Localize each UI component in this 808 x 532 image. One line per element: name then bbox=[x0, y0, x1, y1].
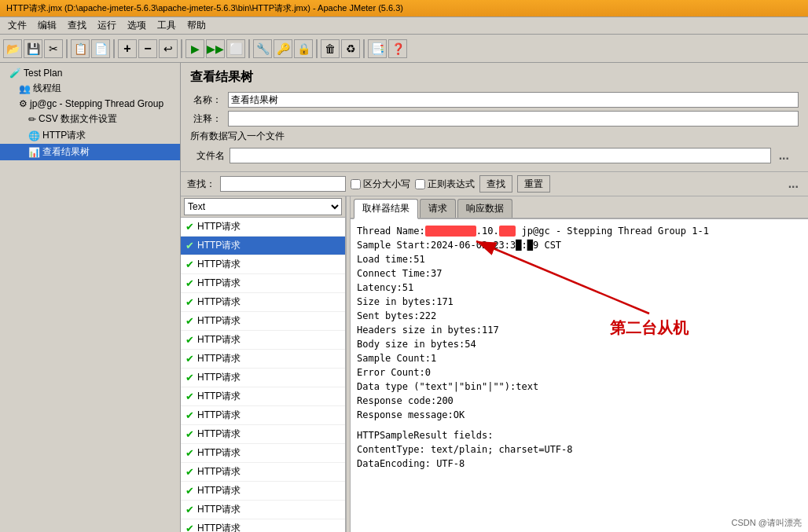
result-item-13[interactable]: ✔HTTP请求 bbox=[181, 444, 345, 463]
name-row: 名称： bbox=[190, 92, 799, 108]
result-item-15[interactable]: ✔HTTP请求 bbox=[181, 482, 345, 501]
tab-request[interactable]: 请求 bbox=[420, 199, 456, 218]
case-sensitive-checkbox[interactable] bbox=[351, 179, 361, 189]
comment-row: 注释： bbox=[190, 111, 799, 127]
result-item-16[interactable]: ✔HTTP请求 bbox=[181, 501, 345, 519]
sep3 bbox=[181, 39, 182, 58]
detail-area: 取样器结果 请求 响应数据 Thread Name:19***.***.10.*… bbox=[351, 196, 808, 532]
sep2 bbox=[113, 39, 115, 58]
menu-run[interactable]: 运行 bbox=[93, 17, 121, 34]
detail-wrapper: Thread Name:19***.***.10.*** jp@gc - Ste… bbox=[351, 219, 808, 532]
detail-content: Thread Name:19***.***.10.*** jp@gc - Ste… bbox=[351, 219, 808, 532]
tree-item-resulttree[interactable]: 📊 查看结果树 bbox=[0, 144, 180, 160]
csv-icon: ✏ bbox=[28, 114, 36, 125]
result-item-8[interactable]: ✔HTTP请求 bbox=[181, 350, 345, 369]
right-panel: 查看结果树 名称： 注释： 所有数据写入一个文件 文件名 ... 查找： bbox=[181, 63, 808, 532]
tab-response-data[interactable]: 响应数据 bbox=[457, 199, 512, 218]
status-icon-7: ✔ bbox=[185, 334, 194, 346]
result-label-6: HTTP请求 bbox=[197, 314, 241, 328]
menu-tools[interactable]: 工具 bbox=[152, 17, 181, 34]
name-input[interactable] bbox=[228, 92, 799, 108]
http-label: HTTP请求 bbox=[42, 129, 86, 142]
search-input[interactable] bbox=[220, 176, 346, 192]
result-item-11[interactable]: ✔HTTP请求 bbox=[181, 406, 345, 425]
sent-bytes-line: Sent bytes:222 bbox=[357, 309, 802, 323]
result-label-2: HTTP请求 bbox=[197, 239, 241, 252]
tb-cut[interactable]: ✂ bbox=[44, 39, 63, 58]
content-area: Text HTML JSON XML ✔ HTTP请求 ✔ HTTP请求 bbox=[181, 196, 808, 532]
tree-item-testplan[interactable]: 🧪 Test Plan bbox=[0, 66, 180, 80]
status-icon-1: ✔ bbox=[185, 221, 194, 233]
tb-remote-stop[interactable]: 🔑 bbox=[274, 39, 292, 58]
tb-open[interactable]: 📂 bbox=[3, 39, 22, 58]
tb-copy[interactable]: 📋 bbox=[71, 39, 90, 58]
tree-item-http[interactable]: 🌐 HTTP请求 bbox=[0, 127, 180, 144]
response-message-line: Response message:OK bbox=[357, 408, 802, 422]
title-bar: HTTP请求.jmx (D:\apache-jmeter-5.6.3\apach… bbox=[0, 0, 808, 17]
threadgroup-icon: 👥 bbox=[19, 83, 31, 94]
resulttree-label: 查看结果树 bbox=[42, 145, 90, 159]
tb-help[interactable]: ❓ bbox=[388, 39, 407, 58]
result-item-6[interactable]: ✔HTTP请求 bbox=[181, 312, 345, 331]
tb-remote-exit[interactable]: 🔒 bbox=[294, 39, 313, 58]
result-item-2[interactable]: ✔ HTTP请求 bbox=[181, 237, 345, 255]
result-item-3[interactable]: ✔HTTP请求 bbox=[181, 255, 345, 274]
tb-save[interactable]: 💾 bbox=[24, 39, 42, 58]
tb-add[interactable]: + bbox=[118, 39, 137, 58]
result-item-17[interactable]: ✔HTTP请求 bbox=[181, 519, 345, 532]
menu-options[interactable]: 选项 bbox=[123, 17, 151, 34]
tb-paste[interactable]: 📄 bbox=[91, 39, 110, 58]
tb-remove[interactable]: − bbox=[138, 39, 157, 58]
result-item-4[interactable]: ✔HTTP请求 bbox=[181, 274, 345, 293]
result-item-1[interactable]: ✔ HTTP请求 bbox=[181, 218, 345, 237]
tb-remote-start[interactable]: 🔧 bbox=[253, 39, 272, 58]
tb-start[interactable]: ▶ bbox=[185, 39, 204, 58]
tb-stop[interactable]: ⬜ bbox=[226, 39, 245, 58]
menu-find[interactable]: 查找 bbox=[63, 17, 91, 34]
result-item-12[interactable]: ✔HTTP请求 bbox=[181, 425, 345, 444]
name-label: 名称： bbox=[190, 94, 222, 107]
result-label-10: HTTP请求 bbox=[197, 390, 241, 403]
error-count-line: Error Count:0 bbox=[357, 365, 802, 380]
testplan-label: Test Plan bbox=[24, 68, 62, 79]
tree-item-csv[interactable]: ✏ CSV 数据文件设置 bbox=[0, 111, 180, 127]
tab-sampler-result[interactable]: 取样器结果 bbox=[354, 199, 418, 219]
result-item-9[interactable]: ✔HTTP请求 bbox=[181, 369, 345, 387]
data-encoding-line: DataEncoding: UTF-8 bbox=[357, 457, 802, 471]
tabs-row: 取样器结果 请求 响应数据 bbox=[351, 196, 808, 219]
result-item-5[interactable]: ✔HTTP请求 bbox=[181, 293, 345, 312]
reset-button[interactable]: 重置 bbox=[517, 175, 550, 193]
tb-expand[interactable]: ↩ bbox=[159, 39, 178, 58]
redacted-ip: 19***.*** bbox=[425, 226, 476, 237]
tb-clear-all[interactable]: ♻ bbox=[341, 39, 360, 58]
result-label-7: HTTP请求 bbox=[197, 333, 241, 347]
file-row: 文件名 ... bbox=[190, 146, 799, 165]
search-button[interactable]: 查找 bbox=[479, 175, 512, 193]
result-item-10[interactable]: ✔HTTP请求 bbox=[181, 387, 345, 406]
search-label: 查找： bbox=[187, 178, 215, 191]
more-btn-right[interactable]: ... bbox=[785, 177, 802, 191]
regex-checkbox[interactable] bbox=[415, 179, 425, 189]
menu-edit[interactable]: 编辑 bbox=[33, 17, 61, 34]
case-sensitive-label[interactable]: 区分大小写 bbox=[351, 178, 410, 191]
tree-item-jpgc[interactable]: ⚙ jp@gc - Stepping Thread Group bbox=[0, 97, 180, 111]
tb-start-nopause[interactable]: ▶▶ bbox=[206, 39, 225, 58]
menu-help[interactable]: 帮助 bbox=[182, 17, 211, 34]
tb-templates[interactable]: 📑 bbox=[368, 39, 387, 58]
file-input[interactable] bbox=[230, 148, 771, 163]
format-dropdown[interactable]: Text HTML JSON XML bbox=[184, 198, 342, 215]
result-item-14[interactable]: ✔HTTP请求 bbox=[181, 463, 345, 482]
tb-clear[interactable]: 🗑 bbox=[321, 39, 340, 58]
menu-file[interactable]: 文件 bbox=[3, 17, 31, 34]
connect-time-line: Connect Time:37 bbox=[357, 266, 802, 281]
menu-bar: 文件 编辑 查找 运行 选项 工具 帮助 bbox=[0, 17, 808, 35]
regex-label[interactable]: 正则表达式 bbox=[415, 178, 475, 191]
sep5 bbox=[316, 39, 318, 58]
result-item-7[interactable]: ✔HTTP请求 bbox=[181, 331, 345, 350]
panel-header: 查看结果树 名称： 注释： 所有数据写入一个文件 文件名 ... bbox=[181, 63, 808, 172]
tree-item-threadgroup[interactable]: 👥 线程组 bbox=[0, 80, 180, 97]
more-button[interactable]: ... bbox=[776, 149, 792, 163]
comment-input[interactable] bbox=[228, 111, 799, 127]
http-icon: 🌐 bbox=[28, 130, 40, 141]
sample-count-line: Sample Count:1 bbox=[357, 351, 802, 365]
